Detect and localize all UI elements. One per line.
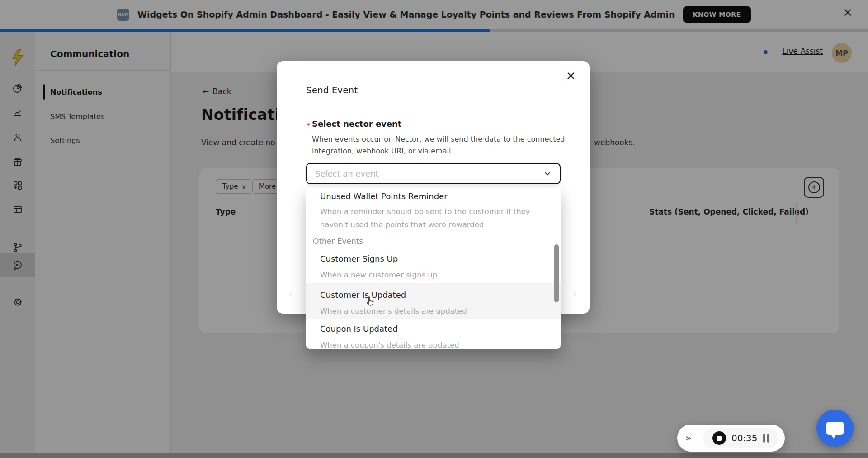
recorder-controls: 00:35: [703, 428, 778, 448]
modal-close-icon[interactable]: ×: [566, 69, 576, 81]
chat-launcher-button[interactable]: [816, 410, 854, 447]
event-field-help: When events occur on Nector, we will sen…: [312, 134, 568, 157]
recorder-separator: [697, 431, 697, 445]
select-placeholder: Select an event: [315, 169, 543, 178]
option-title: Customer Signs Up: [320, 254, 398, 263]
dropdown-scrollbar-thumb[interactable]: [554, 244, 559, 302]
stop-recording-button[interactable]: [712, 431, 726, 445]
carousel-prev-icon[interactable]: ‹: [288, 287, 293, 300]
carousel-next-icon[interactable]: ›: [572, 287, 577, 300]
option-title: Customer Is Updated: [320, 290, 406, 300]
recorder-toolbar: » 00:35: [677, 425, 785, 452]
option-desc: When a coupon's details are updated: [320, 339, 546, 349]
option-desc: When a reminder should be sent to the cu…: [320, 205, 546, 231]
stop-square-icon: [717, 436, 722, 441]
expand-chevrons-icon[interactable]: »: [685, 433, 691, 443]
dropdown-group-label: Other Events: [313, 237, 363, 246]
screen: NEW Widgets On Shopify Admin Dashboard -…: [0, 0, 868, 458]
option-title: Coupon Is Updated: [320, 324, 398, 334]
modal-title: Send Event: [306, 85, 358, 95]
option-title: Unused Wallet Points Reminder: [320, 191, 448, 201]
event-select[interactable]: Select an event: [306, 163, 561, 184]
event-field-label: Select nector event: [312, 119, 401, 129]
modal-divider: [289, 109, 577, 109]
option-desc: When a customer's details are updated: [320, 305, 546, 318]
option-desc: When a new customer signs up: [320, 268, 546, 281]
mouse-cursor-icon: [364, 296, 377, 311]
recording-timer: 00:35: [731, 433, 758, 444]
chevron-down-icon: [543, 170, 552, 178]
speech-bubble-icon: [826, 422, 844, 435]
required-asterisk: *: [307, 122, 310, 130]
pause-recording-button[interactable]: [763, 434, 769, 443]
event-dropdown: Unused Wallet Points Reminder When a rem…: [306, 188, 561, 349]
